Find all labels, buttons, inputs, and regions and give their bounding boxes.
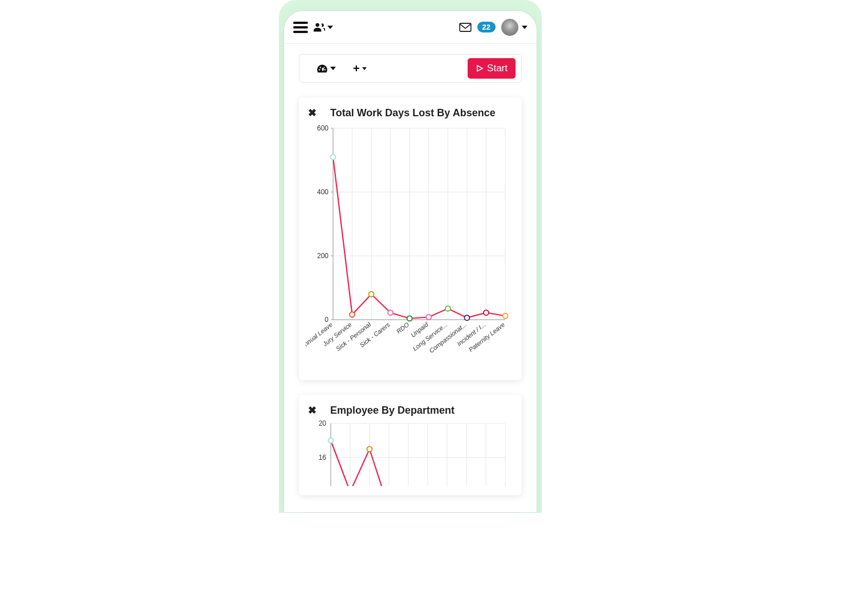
svg-text:20: 20 — [319, 419, 327, 427]
svg-marker-1 — [477, 66, 482, 71]
svg-point-32 — [445, 306, 451, 311]
svg-point-35 — [503, 313, 508, 319]
svg-point-28 — [369, 292, 374, 297]
app-header: 22 — [284, 11, 537, 44]
svg-text:16: 16 — [319, 454, 327, 462]
profile-dropdown[interactable] — [501, 19, 528, 36]
svg-point-27 — [350, 312, 355, 317]
svg-text:600: 600 — [317, 124, 328, 132]
notification-badge[interactable]: 22 — [477, 22, 496, 32]
dashboard-toolbar: + Start — [299, 54, 522, 83]
widget-employee-dept: ✖ Employee By Department 1620 — [299, 395, 522, 495]
mail-icon[interactable] — [459, 23, 472, 32]
menu-icon[interactable] — [293, 22, 308, 33]
widget-absence-days: ✖ Total Work Days Lost By Absence 020040… — [299, 97, 522, 380]
svg-point-34 — [484, 310, 489, 315]
close-icon[interactable]: ✖ — [306, 403, 319, 418]
start-button-label: Start — [487, 63, 508, 74]
users-dropdown[interactable] — [314, 23, 333, 32]
avatar — [501, 19, 518, 36]
gauge-icon — [316, 64, 328, 73]
dept-chart: 1620 — [306, 418, 511, 486]
svg-point-63 — [367, 447, 372, 452]
svg-rect-0 — [460, 23, 471, 31]
add-widget-dropdown[interactable]: + — [353, 63, 367, 74]
start-button[interactable]: Start — [468, 58, 516, 79]
svg-point-29 — [388, 310, 393, 315]
svg-text:200: 200 — [317, 252, 328, 260]
svg-text:Paternity Leave: Paternity Leave — [468, 321, 506, 353]
users-icon — [314, 23, 325, 32]
svg-point-33 — [464, 315, 469, 320]
play-icon — [476, 64, 484, 72]
caret-down-icon — [330, 67, 336, 70]
caret-down-icon — [522, 26, 528, 29]
absence-chart: 0200400600Annual LeaveJury ServiceSick -… — [306, 120, 511, 371]
widget-title: Total Work Days Lost By Absence — [330, 107, 496, 119]
svg-text:RDO: RDO — [395, 321, 411, 335]
close-icon[interactable]: ✖ — [306, 105, 319, 120]
plus-icon: + — [353, 63, 360, 74]
svg-text:400: 400 — [317, 188, 328, 196]
caret-down-icon — [362, 67, 367, 70]
dashboard-type-dropdown[interactable] — [316, 64, 336, 73]
app-frame: 22 + — [284, 11, 537, 512]
svg-point-26 — [331, 154, 336, 160]
caret-down-icon — [327, 26, 333, 29]
widget-title: Employee By Department — [330, 405, 455, 417]
svg-point-31 — [426, 315, 431, 320]
svg-point-30 — [407, 316, 412, 321]
svg-point-61 — [328, 438, 334, 443]
